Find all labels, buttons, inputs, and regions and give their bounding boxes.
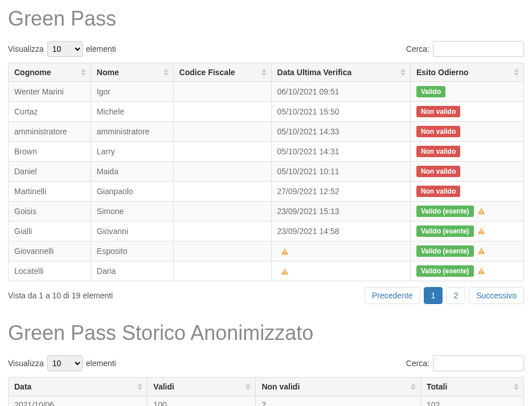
table-row: amministratoreamministratore05/10/2021 1… xyxy=(9,122,524,142)
svg-rect-21 xyxy=(481,253,481,253)
search-label: Cerca: xyxy=(406,44,429,54)
column-header[interactable]: Non validi xyxy=(256,378,421,396)
cell-esito: Valido (esente) xyxy=(410,202,523,222)
page-button[interactable]: 1 xyxy=(424,287,443,304)
svg-rect-12 xyxy=(481,213,481,214)
table-row: GoisisSimone23/09/2021 15:13Valido (esen… xyxy=(9,202,524,222)
cell-cf xyxy=(173,82,271,102)
search-label: Cerca: xyxy=(406,359,429,368)
column-header[interactable]: Nome xyxy=(91,63,173,82)
column-header[interactable]: Data xyxy=(9,378,148,396)
page-title-history: Green Pass Storico Anonimizzato xyxy=(8,321,524,345)
cell-cognome: Gialli xyxy=(9,222,91,241)
cell-esito: Non valido xyxy=(410,162,523,182)
prev-button[interactable]: Precedente xyxy=(365,287,420,304)
length-select-hist[interactable]: 10 xyxy=(47,355,83,371)
svg-marker-28 xyxy=(137,383,142,386)
cell-cognome: Martinelli xyxy=(9,182,91,202)
table-row: LocatelliDariaValido (esente) xyxy=(9,261,524,281)
cell-nome: Larry xyxy=(91,142,173,162)
length-select[interactable]: 10 xyxy=(47,41,83,57)
svg-rect-20 xyxy=(481,250,481,252)
cell-nome: amministratore xyxy=(91,122,173,142)
cell-nome: Michele xyxy=(91,102,173,122)
next-button[interactable]: Successivo xyxy=(469,287,524,304)
cell-data xyxy=(271,241,410,261)
cell-data: 2021/10/06 xyxy=(9,396,148,407)
column-header[interactable]: Totali xyxy=(420,378,523,396)
warning-icon xyxy=(281,268,289,276)
cell-data xyxy=(271,261,410,281)
show-label: Visualizza xyxy=(8,359,44,368)
svg-marker-4 xyxy=(261,69,267,72)
warning-icon xyxy=(281,248,289,256)
cell-cognome: Goisis xyxy=(9,202,91,222)
cell-data: 23/09/2021 14:58 xyxy=(271,222,410,241)
svg-marker-3 xyxy=(163,73,169,76)
length-control-hist: Visualizza 10 elementi xyxy=(8,355,116,371)
cell-data: 06/10/2021 09:51 xyxy=(271,82,410,102)
status-badge: Non valido xyxy=(416,186,460,197)
status-badge: Non valido xyxy=(416,166,460,177)
cell-cognome: Daniel xyxy=(9,162,91,182)
cell-cognome: Wenter Marini xyxy=(9,82,91,102)
column-header[interactable]: Validi xyxy=(148,378,256,396)
cell-data: 27/09/2021 12:52 xyxy=(271,182,410,202)
search-input[interactable] xyxy=(433,41,524,57)
table-row: 2021/10/061002102 xyxy=(9,396,524,407)
length-control: Visualizza 10 elementi xyxy=(8,41,116,57)
show-label: Visualizza xyxy=(8,44,44,54)
cell-esito: Non valido xyxy=(410,122,523,142)
cell-cf xyxy=(173,142,271,162)
status-badge: Non valido xyxy=(416,106,460,117)
warning-icon xyxy=(477,227,485,235)
cell-esito: Non valido xyxy=(410,102,523,122)
search-control-hist: Cerca: xyxy=(406,355,524,371)
history-table: DataValidiNon validiTotali 2021/10/06100… xyxy=(8,377,524,406)
cell-nome: Gianpaolo xyxy=(91,182,173,202)
cell-cf xyxy=(173,122,271,142)
svg-marker-32 xyxy=(411,383,416,386)
status-badge: Valido xyxy=(416,86,445,97)
table-row: GiovannelliEspositoValido (esente) xyxy=(9,241,524,261)
cell-cf xyxy=(173,222,271,241)
table-row: MartinelliGianpaolo27/09/2021 12:52Non v… xyxy=(9,182,524,202)
svg-marker-7 xyxy=(400,73,406,76)
table-row: Wenter MariniIgor06/10/2021 09:51Valido xyxy=(9,82,524,102)
table-row: BrownLarry05/10/2021 14:31Non valido xyxy=(9,142,524,162)
cell-esito: Valido xyxy=(410,82,523,102)
svg-marker-2 xyxy=(163,69,169,72)
svg-marker-5 xyxy=(261,73,267,76)
cell-esito: Non valido xyxy=(410,182,523,202)
svg-rect-18 xyxy=(284,253,285,254)
column-label: Cognome xyxy=(14,68,51,77)
column-header[interactable]: Cognome xyxy=(9,63,91,82)
table-info: Vista da 1 a 10 di 19 elementi xyxy=(8,291,113,300)
page-button[interactable]: 2 xyxy=(446,287,465,304)
svg-marker-31 xyxy=(245,387,251,390)
table-row: GialliGiovanni23/09/2021 14:58Valido (es… xyxy=(9,222,524,241)
sort-icon xyxy=(163,69,169,76)
status-badge: Valido (esente) xyxy=(416,245,474,257)
cell-cf xyxy=(173,102,271,122)
sort-icon xyxy=(245,383,251,391)
cell-data: 05/10/2021 10:11 xyxy=(271,162,410,182)
cell-cf xyxy=(173,162,271,182)
search-input-hist[interactable] xyxy=(433,355,524,371)
svg-rect-27 xyxy=(481,273,481,273)
warning-icon xyxy=(477,247,485,255)
column-header[interactable]: Codice Fiscale xyxy=(173,63,271,82)
cell-esito: Valido (esente) xyxy=(410,241,523,261)
table-row: CurtazMichele05/10/2021 15:50Non valido xyxy=(9,102,524,122)
svg-marker-29 xyxy=(137,387,142,390)
sort-icon xyxy=(81,69,86,76)
svg-marker-6 xyxy=(400,69,406,72)
cell-nome: Giovanni xyxy=(91,222,173,241)
status-badge: Valido (esente) xyxy=(416,206,474,217)
cell-validi: 100 xyxy=(148,396,256,407)
svg-marker-30 xyxy=(245,383,251,386)
column-header[interactable]: Esito Odierno xyxy=(410,63,523,82)
column-header[interactable]: Data Ultima Verifica xyxy=(271,63,410,82)
cell-cognome: Locatelli xyxy=(9,261,91,281)
cell-cf xyxy=(173,202,271,222)
